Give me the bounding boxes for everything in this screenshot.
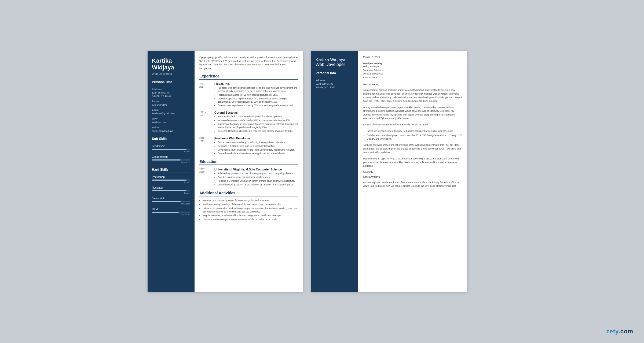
address-value: 1234 35th St, #6Astoria, NY 11106 (152, 91, 190, 98)
exp-flexor-dates: 2013 -2017 (199, 82, 212, 108)
skill-html-level: Advanced (152, 213, 190, 216)
exp-corend-company: Corend Systems (214, 111, 298, 114)
personal-info-heading: Personal Info (152, 80, 190, 85)
www-value: kwidjaya.com (152, 121, 190, 124)
activities-heading: Additional Activities (199, 191, 298, 196)
cover-name: Kartika Widjaya (316, 57, 354, 62)
activities-bullets: Received a 2015 Webby Award for Best Nav… (199, 199, 298, 221)
resume-name: Kartika Widjaya (152, 57, 190, 71)
exp-freelance: 2010 -2011 Freelance Web Developer Built… (199, 137, 298, 156)
phone-label: Phone (152, 100, 190, 103)
twitter-label: Twitter (152, 126, 190, 129)
resume-summary: Eye-poppingly prolific, full stack web d… (199, 56, 298, 70)
edu-virginia-dates: 2007 -2010 (199, 168, 212, 187)
resume-document: Kartika Widjaya Web Developer Personal I… (148, 51, 303, 292)
edu-virginia: 2007 -2010 University of Virginia, M.S. … (199, 168, 298, 187)
skill-illustrator-bar-bg (152, 190, 190, 191)
exp-freelance-bullets: Built an ecommerce webapp to sell potty … (214, 141, 298, 155)
skill-photoshop-bar-bg (152, 180, 190, 181)
skill-html-name: HTML (152, 208, 190, 211)
skill-photoshop-level: Expert (152, 181, 190, 184)
skill-leadership-bar-fill (152, 149, 186, 150)
cover-signature: Kartika Widjaya (363, 176, 462, 178)
address-label: Address (152, 88, 190, 91)
education-heading: Education (199, 159, 298, 165)
cover-personal-info-heading: Personal Info (316, 71, 354, 76)
skill-javascript-level: Advanced (152, 203, 190, 205)
exp-corend-content: Corend Systems Responsible for full stac… (214, 111, 298, 133)
cover-recip-name: Monique Stanley (363, 62, 462, 65)
cover-recip-address2: Astoria, NY 11103 (363, 76, 462, 80)
zety-watermark: zety.com (606, 328, 633, 335)
list-item: Collaborated on a client project which w… (367, 134, 462, 141)
list-item: Regular attendee, Southern California We… (203, 214, 298, 217)
experience-heading: Experience (199, 74, 298, 80)
skill-leadership-level: Expert (152, 150, 190, 153)
exp-freelance-dates: 2010 -2011 (199, 137, 212, 156)
exp-flexor: 2013 -2017 Flexor, Inc. Full stack web d… (199, 82, 298, 108)
cover-recip-address1: 30-97 Steinway St. (363, 72, 462, 76)
edu-virginia-content: University of Virginia, M.S. in Computer… (214, 168, 298, 187)
list-item: Pursued a Generalist Scholars Program gr… (218, 180, 298, 183)
edu-virginia-bullets: Followed my passion in a core of prototy… (214, 172, 298, 187)
skill-leadership-name: Leadership (152, 145, 190, 148)
cover-salutation: Dear Monique, (363, 83, 462, 86)
list-item: Boosted user experience scores by 55% ov… (218, 104, 298, 107)
twitter-value: twitter.com/kwidjaya (152, 129, 190, 133)
resume-sidebar: Kartika Widjaya Web Developer Personal I… (148, 51, 195, 292)
list-item: Increased website code efficiency (reduc… (367, 129, 462, 133)
skill-html-bar-fill (152, 212, 179, 213)
list-item: Delivered a presentation on cloud comput… (203, 207, 298, 214)
cover-para-2: During my web developer internship at Br… (363, 106, 462, 121)
skill-javascript-name: Javascript (152, 197, 190, 200)
cover-recip-company: Steinway Solutions (363, 69, 462, 72)
exp-flexor-content: Flexor, Inc. Full stack web developer re… (214, 82, 298, 108)
exp-corend: 2011 -2013 Corend Systems Responsible fo… (199, 111, 298, 133)
list-item: My article Web Development Best Practice… (203, 218, 298, 221)
list-item: Built an ecommerce webapp to sell potty … (218, 141, 298, 144)
skill-collaboration-name: Collaboration (152, 155, 190, 158)
exp-flexor-bullets: Full stack web developer responsible for… (214, 87, 298, 107)
skill-collaboration-bar-fill (152, 159, 181, 161)
list-item: Drove best practice implementation for 2… (218, 97, 298, 104)
list-item: Facilitate monthly meetings of the Webfi… (203, 203, 298, 206)
skill-html-bar-bg (152, 212, 190, 213)
resume-main: Eye-poppingly prolific, full stack web d… (195, 51, 303, 292)
cover-para-5: I would enjoy an opportunity to chat abo… (363, 157, 462, 168)
cover-para-3: Several of my achievements while at Broo… (363, 123, 462, 127)
cover-bullets: Increased website code efficiency (reduc… (363, 129, 462, 141)
list-item: Prototyped an average of 25 new product … (218, 94, 298, 97)
phone-value: 319-242-0196 (152, 103, 190, 107)
edu-virginia-degree: University of Virginia, M.S. in Computer… (214, 168, 298, 171)
list-item: Full stack web developer responsible for… (218, 87, 298, 93)
cover-main: March 15, 2019 Monique Stanley Hiring Ma… (358, 51, 467, 292)
list-item: Developed a launch website for the Indie… (218, 148, 298, 152)
cover-address-label: Address (316, 79, 354, 82)
soft-skills-heading: Soft Skills (152, 137, 190, 142)
cover-recipient: Monique Stanley Hiring Manager Steinway … (363, 62, 462, 79)
skill-javascript-bar-fill (152, 201, 181, 202)
list-item: Decreased lead times by 30% and reduced … (218, 130, 298, 133)
page-wrapper: Kartika Widjaya Web Developer Personal I… (148, 51, 496, 292)
cover-address-value: 1234 35th St, #6Astoria, NY 11106 (316, 82, 354, 89)
hard-skills-heading: Hard Skills (152, 168, 190, 173)
skill-javascript-bar-bg (152, 201, 190, 202)
cover-letter-document: Kartika Widjaya Web Developer Personal I… (311, 51, 467, 292)
list-item: Increased customer satisfaction by 35% a… (218, 119, 298, 122)
list-item: Responsible for full stack web developme… (218, 115, 298, 118)
list-item: Received a 2015 Webby Award for Best Nav… (203, 199, 298, 202)
list-item: Implemented Agile/Lean development proce… (218, 123, 298, 129)
skill-illustrator-level: Expert (152, 192, 190, 194)
list-item: Followed my passion in a core of prototy… (218, 172, 298, 175)
skill-photoshop-name: Photoshop (152, 176, 190, 178)
email-label: E-mail (152, 109, 190, 111)
list-item: Created a weekly column on the future of… (218, 183, 298, 187)
skill-collaboration-bar-bg (152, 159, 190, 161)
cover-ps: P.S. Perhaps we could meet for a coffee … (363, 181, 462, 188)
exp-corend-bullets: Responsible for full stack web developme… (214, 115, 298, 133)
exp-flexor-company: Flexor, Inc. (214, 82, 298, 85)
skill-illustrator-name: Illustrator (152, 186, 190, 189)
exp-corend-dates: 2011 -2013 (199, 111, 212, 133)
cover-para-4: As these few wins show, I am not only fo… (363, 143, 462, 154)
exp-freelance-content: Freelance Web Developer Built an ecommer… (214, 137, 298, 156)
